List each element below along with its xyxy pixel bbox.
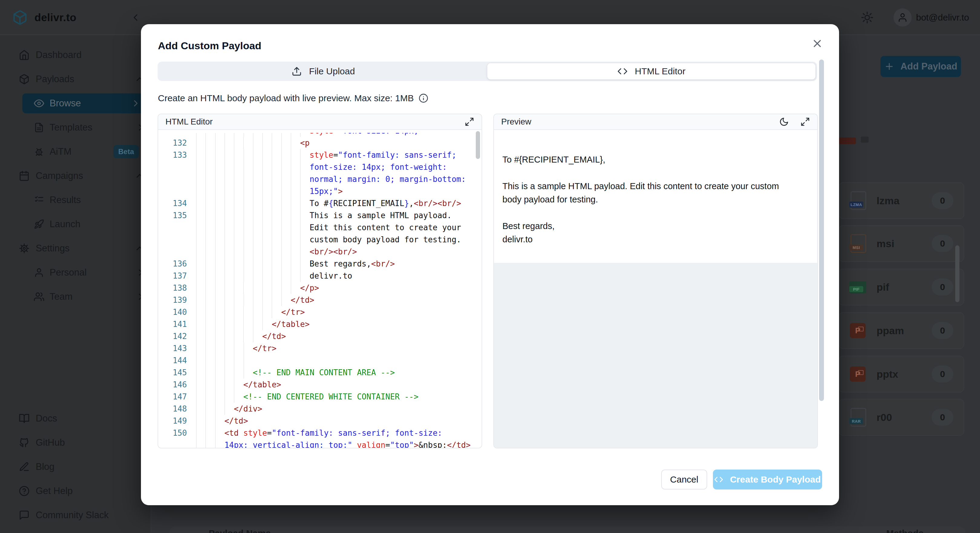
- payload-type-row[interactable]: Pppam0: [838, 312, 964, 349]
- line-number: 141: [158, 318, 196, 330]
- payload-count-badge: 0: [932, 322, 953, 339]
- topbar-right: bot@delivr.to: [861, 0, 969, 35]
- code-token: </tr>: [253, 344, 277, 353]
- line-number: [158, 439, 196, 448]
- code-row: 141</table>: [158, 318, 475, 330]
- code-row: 14px; vertical-align: top;" valign="top"…: [158, 439, 475, 448]
- payload-type-name: r00: [877, 411, 892, 423]
- sidebar-nav: DashboardPayloadsBrowseTemplatesAiTMBeta…: [0, 43, 151, 309]
- code-token: </table>: [272, 320, 309, 329]
- app-root: delivr.to bot@delivr.to DashboardPayload…: [0, 0, 980, 533]
- sidebar-item-docs[interactable]: Docs: [0, 406, 151, 431]
- code-row: 144: [158, 354, 475, 366]
- calendar-icon: [19, 170, 30, 181]
- user-email: bot@delivr.to: [916, 13, 969, 23]
- sidebar-item-label: Settings: [36, 243, 70, 254]
- avatar[interactable]: [894, 8, 912, 27]
- sidebar-item-community-slack[interactable]: Community Slack: [0, 503, 151, 527]
- sidebar-item-browse[interactable]: Browse: [22, 94, 145, 113]
- preview-blank-line: [503, 206, 787, 219]
- line-number: 144: [158, 354, 196, 366]
- sidebar-item-get-help[interactable]: Get Help: [0, 479, 151, 503]
- sidebar-item-templates[interactable]: Templates: [0, 116, 151, 140]
- code-row: 132<p: [158, 137, 475, 149]
- home-icon: [19, 49, 30, 60]
- sidebar-item-label: Blog: [36, 462, 54, 472]
- line-number: 136: [158, 258, 196, 270]
- code-token: </td>: [447, 441, 471, 448]
- sidebar-item-aitm[interactable]: AiTMBeta: [0, 140, 151, 164]
- code-row: 146</table>: [158, 379, 475, 391]
- code-row: 150<td style="font-family: sans-serif; f…: [158, 427, 475, 439]
- payload-count-badge: 0: [932, 409, 953, 426]
- code-token: "font-family: sans-serif;: [338, 151, 457, 160]
- sidebar-item-team[interactable]: Team: [0, 285, 151, 309]
- payload-type-name: lzma: [877, 195, 900, 207]
- expand-icon[interactable]: [800, 117, 810, 127]
- create-body-payload-button[interactable]: Create Body Payload: [713, 470, 822, 490]
- payload-type-row[interactable]: PIFpif0: [838, 269, 964, 306]
- modal-scrollbar[interactable]: [819, 60, 824, 401]
- payload-table-card: Payload Name Methods: [169, 527, 966, 533]
- payload-count-badge: 0: [932, 366, 953, 382]
- sidebar-item-dashboard[interactable]: Dashboard: [0, 43, 151, 67]
- create-button-label: Create Body Payload: [730, 474, 821, 485]
- line-number: 133: [158, 149, 196, 161]
- description-text: Create an HTML body payload with live pr…: [158, 93, 414, 103]
- sidebar-links: DocsGitHubBlogGet HelpCommunity Slack: [0, 406, 151, 527]
- sidebar-item-label: GitHub: [36, 437, 65, 448]
- payload-list-scrollbar[interactable]: [955, 245, 959, 302]
- line-number: 149: [158, 415, 196, 427]
- close-icon[interactable]: [811, 38, 823, 49]
- code-token: Best regards,: [310, 259, 371, 268]
- filetype-r00-icon: RAR: [851, 408, 866, 427]
- sidebar-item-label: Dashboard: [36, 49, 82, 60]
- expand-icon[interactable]: [465, 117, 474, 127]
- code-row: 147<!-- END CENTERED WHITE CONTAINER -->: [158, 391, 475, 403]
- code-editor[interactable]: style="font-size: 14px;"132<p133style="f…: [158, 130, 482, 448]
- dark-mode-moon-icon[interactable]: [779, 117, 789, 127]
- line-number: 132: [158, 137, 196, 149]
- sidebar-item-github[interactable]: GitHub: [0, 431, 151, 455]
- code-token: <td: [224, 428, 239, 438]
- sidebar-collapse-chevron-icon[interactable]: [130, 12, 141, 23]
- code-token: </table>: [243, 380, 281, 389]
- sidebar-item-payloads[interactable]: Payloads: [0, 67, 151, 91]
- tab-html-editor[interactable]: HTML Editor: [487, 63, 815, 79]
- sidebar-item-personal[interactable]: Personal: [0, 260, 151, 285]
- code-token: <br/><br/>: [414, 199, 461, 208]
- code-token: Edit this content to create your: [310, 223, 461, 232]
- payload-count-badge: 0: [932, 279, 953, 295]
- editor-header: HTML Editor: [158, 114, 482, 130]
- book-icon: [19, 413, 30, 424]
- sidebar-item-results[interactable]: Results: [0, 188, 151, 212]
- payload-type-row[interactable]: LZMAlzma0: [838, 182, 964, 219]
- tab-file-upload[interactable]: File Upload: [159, 63, 487, 79]
- code-token: <p: [300, 138, 309, 148]
- code-row: 135This is a sample HTML payload.: [158, 209, 475, 222]
- filetype-lzma-icon: LZMA: [851, 191, 866, 210]
- editor-scrollbar[interactable]: [476, 131, 480, 159]
- payload-type-name: pptx: [877, 368, 898, 380]
- filetype-pptx-icon: P: [851, 365, 866, 384]
- add-payload-button[interactable]: Add Payload: [880, 56, 961, 77]
- code-row: 138</p>: [158, 282, 475, 294]
- code-token: <!-- END MAIN CONTENT AREA -->: [253, 368, 395, 377]
- package-icon: [19, 74, 30, 85]
- theme-toggle-sun-icon[interactable]: [861, 11, 873, 24]
- code-row-partial: style="font-size: 14px;": [158, 133, 475, 137]
- preview-text-line: Best regards,: [503, 219, 787, 233]
- cancel-button[interactable]: Cancel: [661, 470, 707, 490]
- payload-type-row[interactable]: MSImsi0: [838, 225, 964, 262]
- payload-count-badge: 0: [932, 192, 953, 209]
- sidebar-item-campaigns[interactable]: Campaigns: [0, 164, 151, 188]
- sidebar-item-settings[interactable]: Settings: [0, 236, 151, 260]
- payload-type-row[interactable]: RARr000: [838, 399, 964, 436]
- sidebar-item-launch[interactable]: Launch: [0, 212, 151, 236]
- info-icon[interactable]: [418, 94, 428, 103]
- code-token: normal; margin: 0; margin-bottom:: [310, 174, 466, 184]
- payload-type-row[interactable]: Ppptx0: [838, 355, 964, 392]
- sidebar-item-blog[interactable]: Blog: [0, 455, 151, 479]
- preview-text-line: This is a sample HTML payload. Edit this…: [503, 179, 787, 206]
- tab-label: HTML Editor: [635, 66, 686, 76]
